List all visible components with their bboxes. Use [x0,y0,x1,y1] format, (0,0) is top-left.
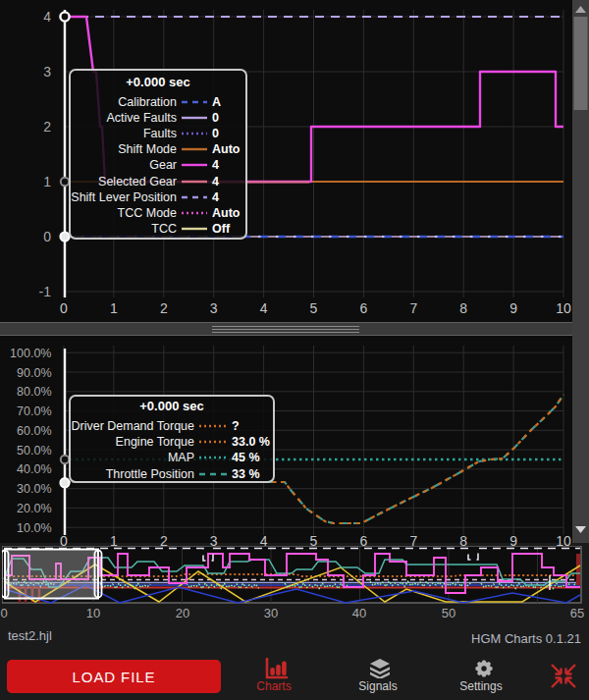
svg-text:-1: -1 [39,284,52,299]
svg-text:90.0%: 90.0% [17,366,51,380]
svg-text:3: 3 [210,300,218,316]
svg-text:60.0%: 60.0% [17,424,51,438]
svg-text:100.0%: 100.0% [10,347,51,360]
svg-text:10: 10 [86,606,100,620]
svg-text:8: 8 [459,300,467,316]
svg-text:0: 0 [60,300,68,316]
svg-text:10.0%: 10.0% [17,521,51,535]
svg-text:65: 65 [570,606,584,620]
svg-text:80.0%: 80.0% [17,385,51,399]
svg-text:1: 1 [43,174,51,189]
svg-text:50: 50 [442,606,455,620]
svg-text:50.0%: 50.0% [17,444,51,458]
svg-text:30: 30 [264,606,278,620]
svg-text:20.0%: 20.0% [17,502,51,515]
svg-text:3: 3 [43,64,51,80]
svg-text:7: 7 [409,300,417,316]
svg-text:30.0%: 30.0% [17,482,51,496]
svg-text:40: 40 [352,606,366,620]
svg-text:9: 9 [509,300,517,316]
svg-text:40.0%: 40.0% [17,462,51,476]
svg-text:0: 0 [0,606,7,620]
svg-text:20: 20 [176,606,189,620]
svg-text:6: 6 [360,300,368,316]
svg-text:4: 4 [43,9,51,25]
svg-text:10: 10 [556,300,571,316]
svg-text:5: 5 [310,300,318,316]
svg-text:4: 4 [260,300,268,316]
svg-text:1: 1 [110,300,118,316]
svg-text:2: 2 [160,300,168,316]
svg-text:0: 0 [43,229,51,244]
svg-text:70.0%: 70.0% [17,404,51,418]
svg-text:2: 2 [43,119,51,135]
